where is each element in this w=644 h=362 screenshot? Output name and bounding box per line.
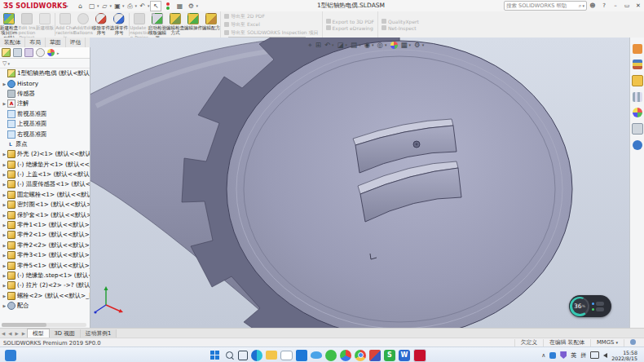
help-button[interactable]: ? xyxy=(598,2,610,11)
store-icon[interactable] xyxy=(296,350,307,361)
task-view-button[interactable] xyxy=(238,351,248,360)
tray-display-icon[interactable] xyxy=(590,351,599,359)
file-explorer-icon[interactable] xyxy=(266,351,277,360)
previous-view-icon[interactable]: ↶ xyxy=(324,41,330,49)
tree-item-component[interactable]: ▶零件5<1> (默认<<默认>_显示状态 xyxy=(0,260,90,270)
expand-arrow[interactable]: ▶ xyxy=(2,152,7,157)
open-caret-icon[interactable]: ▾ xyxy=(109,3,112,8)
scrollbar-thumb[interactable] xyxy=(2,323,46,327)
tree-item-component[interactable]: ▶零件2<2> (默认<<默认>_显示状态 xyxy=(0,241,90,250)
login-person-icon[interactable]: ☻ xyxy=(587,2,598,11)
net-inspect-item[interactable]: Net-Inspect xyxy=(382,25,419,31)
tree-item-component[interactable]: ▶(-) 绝缘垫.step<1> (默认<<默认 xyxy=(0,271,90,280)
display-style-icon[interactable]: ◉ xyxy=(364,41,370,49)
tab-overflow-arrow-icon[interactable]: ▸ xyxy=(57,51,60,55)
search-caret-icon[interactable]: ▾ xyxy=(582,3,584,8)
hide-show-caret-icon[interactable]: ▾ xyxy=(385,42,387,47)
minimize-button[interactable]: – xyxy=(610,2,621,11)
view-palette-icon[interactable] xyxy=(633,92,642,102)
tree-item-component[interactable]: ▶外壳 (2)<1> (默认<<默认>_显示状 xyxy=(0,149,90,159)
model-3d[interactable] xyxy=(90,38,629,328)
expand-arrow[interactable]: ▶ xyxy=(2,232,7,237)
solidworks-taskbar-icon[interactable] xyxy=(413,349,426,362)
export-edrawing-item[interactable]: Export eDrawing xyxy=(326,25,375,31)
tab-layout[interactable]: 布局 xyxy=(25,38,46,47)
wps-icon[interactable]: W xyxy=(399,350,410,361)
view-orientation-icon[interactable]: ▤ xyxy=(351,41,357,49)
tray-app-icon[interactable] xyxy=(549,352,556,359)
tree-item-sensors[interactable]: 传感器 xyxy=(0,89,90,99)
sogou-icon[interactable]: S xyxy=(384,350,395,361)
select-icon[interactable]: ↖ xyxy=(150,1,161,11)
displaymanager-tab-icon[interactable] xyxy=(47,49,55,56)
units-caret-icon[interactable]: ▾ xyxy=(615,340,618,345)
ribbon-button-launch-template-editor[interactable]: 启动检验模板编辑器 xyxy=(148,11,166,38)
expand-arrow[interactable]: ▶ xyxy=(2,213,7,218)
chrome-icon[interactable] xyxy=(355,350,366,361)
zoom-widget[interactable]: 36% xyxy=(569,295,611,317)
restore-button[interactable]: ▭ xyxy=(621,2,633,11)
featuremanager-tab-icon[interactable] xyxy=(2,48,11,57)
expand-arrow[interactable]: ▶ xyxy=(2,223,7,227)
ribbon-button-edit-operation[interactable]: 编辑操作 xyxy=(184,11,202,38)
horizontal-scrollbar[interactable] xyxy=(2,323,86,327)
resources-home-icon[interactable] xyxy=(633,44,642,54)
taskbar-search-button[interactable] xyxy=(223,350,235,361)
tree-item-component[interactable]: ▶零件3<1> (默认<<默认>_显示状态 xyxy=(0,250,90,260)
tab-evaluate[interactable]: 评估 xyxy=(66,38,86,47)
custom-properties-icon[interactable] xyxy=(632,123,643,135)
ribbon-button-update-inspection-project[interactable]: Update Inspection Project xyxy=(130,11,148,38)
expand-arrow[interactable]: ▶ xyxy=(2,182,7,187)
rebuild-icon[interactable] xyxy=(163,2,173,11)
open-icon[interactable]: ▱ xyxy=(99,2,109,11)
tree-item-right-plane[interactable]: 右视基准面 xyxy=(0,129,90,139)
ribbon-button-edit-inspection-project[interactable]: Edit Inspection Project xyxy=(18,11,36,38)
tree-item-origin[interactable]: L原点 xyxy=(0,139,90,149)
tray-chevron-up-icon[interactable]: ∧ xyxy=(541,352,545,359)
zoom-widget-button-bottom[interactable] xyxy=(592,307,604,311)
logo-flyout-arrow-icon[interactable]: ▸ xyxy=(66,3,68,8)
tree-item-component[interactable]: ▶(-) 绝缘垫片<1> (默认<<默认>_显示状 xyxy=(0,160,90,170)
expand-arrow[interactable]: ▶ xyxy=(2,192,7,197)
zoom-dial[interactable]: 36% xyxy=(570,297,589,316)
widgets-icon[interactable] xyxy=(5,350,16,361)
qualityxpert-item[interactable]: QualityXpert xyxy=(382,19,419,24)
ribbon-button-new-inspection-project[interactable]: 新建检查项目(imp:特) xyxy=(0,11,18,38)
view-settings-icon[interactable]: ⚙ xyxy=(414,41,421,49)
export-3d-pdf-item[interactable]: Export to 3D PDF xyxy=(326,19,375,24)
search-icon[interactable]: ⌕ xyxy=(579,2,582,9)
home-icon[interactable]: ⌂ xyxy=(76,2,86,11)
propertymanager-tab-icon[interactable] xyxy=(13,48,22,57)
expand-arrow[interactable]: ▶ xyxy=(2,253,7,258)
tree-item-history[interactable]: ▶History xyxy=(0,78,90,88)
edge-icon[interactable] xyxy=(251,350,262,361)
ribbon-button-select-balloons[interactable]: 选择零件序号 xyxy=(110,11,128,38)
design-library-icon[interactable] xyxy=(633,60,642,69)
expand-arrow[interactable]: ▶ xyxy=(2,101,7,106)
filter-funnel-icon[interactable]: ▽ xyxy=(2,60,7,67)
expand-arrow[interactable]: ▶ xyxy=(2,263,7,268)
units-selector[interactable]: MMGS ▾ xyxy=(590,339,624,347)
ribbon-button-edit-inspection-method[interactable]: 编辑检查方式 xyxy=(166,11,184,38)
previous-view-caret-icon[interactable]: ▾ xyxy=(332,42,334,47)
tree-item-top-plane[interactable]: 上视基准面 xyxy=(0,119,90,129)
undo-icon[interactable]: ↶ xyxy=(138,2,148,11)
expand-arrow[interactable]: ▶ xyxy=(2,202,7,207)
export-excel-item[interactable]: 导出至 Excel xyxy=(224,21,319,29)
save-icon[interactable]: ▣ xyxy=(112,2,122,11)
options-caret-icon[interactable]: ▾ xyxy=(196,3,198,8)
dimxpertmanager-tab-icon[interactable] xyxy=(36,48,45,57)
view-settings-caret-icon[interactable]: ▾ xyxy=(422,42,425,47)
display-style-caret-icon[interactable]: ▾ xyxy=(372,42,374,47)
tab-assembly[interactable]: 装配体 xyxy=(0,38,25,47)
expand-arrow[interactable]: ▶ xyxy=(2,82,7,86)
ribbon-button-new-template[interactable]: 新建模板 xyxy=(36,11,54,38)
configurationmanager-tab-icon[interactable] xyxy=(24,48,33,57)
export-inspection-project-item[interactable]: 导出至 SOLIDWORKS Inspection 项目 xyxy=(224,29,319,37)
tray-volume-icon[interactable] xyxy=(603,353,607,358)
tree-item-component[interactable]: ▶零件1<1> (默认<<默认>_显示状态 xyxy=(0,220,90,230)
tree-item-component[interactable]: ▶密封圈<1> (默认<<默认>_显示状 xyxy=(0,200,90,210)
statusbar-globe-icon[interactable] xyxy=(624,339,644,347)
export-2d-pdf-item[interactable]: 导出至 2D PDF xyxy=(224,13,319,20)
zoom-fit-icon[interactable]: ⌖ xyxy=(308,41,312,49)
